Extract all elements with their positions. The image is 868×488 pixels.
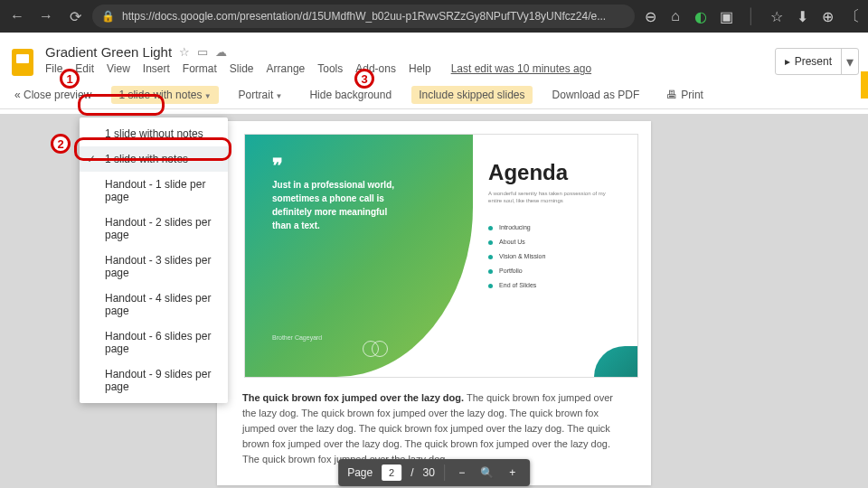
extension2-icon[interactable]: ▣: [716, 6, 736, 26]
more-icon[interactable]: 〔: [843, 6, 863, 26]
star-icon[interactable]: ☆: [179, 45, 190, 59]
share-button-edge[interactable]: [861, 71, 868, 99]
slide-thumbnail: ❞ Just in a professional world, sometime…: [244, 134, 638, 378]
print-button[interactable]: 🖶Print: [659, 86, 711, 104]
hide-background-button[interactable]: Hide background: [302, 86, 399, 104]
doc-header: Gradient Green Light ☆ ▭ ☁ File Edit Vie…: [0, 37, 868, 80]
zoom-icon[interactable]: ⊖: [640, 6, 660, 26]
dd-item-handout-3[interactable]: Handout - 3 slides per page: [80, 248, 228, 286]
collections-icon[interactable]: ⊕: [817, 6, 837, 26]
callout-box-2: [74, 137, 231, 161]
agenda-item: Vision & Mission: [488, 253, 545, 259]
callout-badge-3: 3: [354, 69, 374, 89]
menu-help[interactable]: Help: [409, 62, 431, 75]
menu-insert[interactable]: Insert: [143, 62, 170, 75]
page-total: 30: [423, 466, 435, 479]
menu-slide[interactable]: Slide: [230, 62, 254, 75]
doc-title[interactable]: Gradient Green Light: [45, 44, 172, 60]
menu-view[interactable]: View: [107, 62, 130, 75]
include-skipped-button[interactable]: Include skipped slides: [411, 86, 532, 104]
back-icon[interactable]: ←: [5, 5, 29, 28]
present-label: Present: [795, 55, 832, 68]
nav-divider: [444, 465, 445, 481]
page-current-input[interactable]: 2: [382, 465, 401, 481]
download-pdf-button[interactable]: Download as PDF: [545, 86, 647, 104]
zoom-out-button[interactable]: −: [454, 466, 470, 479]
cloud-icon[interactable]: ☁: [215, 45, 227, 59]
quote-icon: ❞: [272, 155, 283, 178]
reload-icon[interactable]: ⟳: [63, 5, 87, 28]
page-sep: /: [410, 466, 413, 479]
present-dropdown-icon[interactable]: ▾: [842, 49, 858, 74]
preview-page: ❞ Just in a professional world, sometime…: [217, 121, 651, 485]
print-icon: 🖶: [666, 89, 677, 101]
dd-item-handout-6[interactable]: Handout - 6 slides per page: [80, 324, 228, 361]
agenda-item: Introducing: [488, 224, 545, 230]
doc-title-block: Gradient Green Light ☆ ▭ ☁ File Edit Vie…: [45, 44, 766, 75]
agenda-list: Introducing About Us Vision & Mission Po…: [488, 216, 545, 296]
agenda-item: Portfolio: [488, 267, 545, 274]
notes-body: The quick brown fox jumped over the lazy…: [242, 392, 613, 465]
dd-item-handout-4[interactable]: Handout - 4 slides per page: [80, 286, 228, 324]
forward-icon[interactable]: →: [34, 5, 58, 28]
dd-item-handout-2[interactable]: Handout - 2 slides per page: [80, 210, 228, 248]
download-icon[interactable]: ⬇: [792, 6, 812, 26]
quote-text: Just in a professional world, sometimes …: [272, 178, 403, 232]
last-edit-text[interactable]: Last edit was 10 minutes ago: [451, 62, 591, 75]
page-label: Page: [347, 466, 373, 479]
orientation-dropdown[interactable]: Portrait: [231, 86, 290, 104]
agenda-item: End of Slides: [488, 282, 545, 288]
home-icon[interactable]: ⌂: [665, 6, 685, 26]
extension-icon[interactable]: ◐: [691, 6, 711, 26]
menu-format[interactable]: Format: [183, 62, 217, 75]
present-icon: ▸: [785, 55, 790, 68]
dd-item-handout-1[interactable]: Handout - 1 slide per page: [80, 172, 228, 210]
favorite-icon[interactable]: ☆: [767, 6, 787, 26]
divider-icon: │: [741, 6, 761, 26]
url-text: https://docs.google.com/presentation/d/1…: [122, 10, 606, 23]
menu-arrange[interactable]: Arrange: [267, 62, 306, 75]
lock-icon: 🔒: [101, 10, 115, 23]
agenda-item: About Us: [488, 239, 545, 245]
url-bar[interactable]: 🔒 https://docs.google.com/presentation/d…: [92, 5, 635, 28]
agenda-subtitle: A wonderful serenity has taken possessio…: [488, 191, 615, 205]
dd-item-handout-9[interactable]: Handout - 9 slides per page: [80, 361, 228, 399]
browser-chrome: ← → ⟳ 🔒 https://docs.google.com/presenta…: [0, 0, 868, 33]
callout-box-1: [78, 94, 165, 116]
agenda-title: Agenda: [488, 160, 568, 185]
menu-bar: File Edit View Insert Format Slide Arran…: [45, 62, 766, 75]
menu-tools[interactable]: Tools: [317, 62, 343, 75]
zoom-reset-button[interactable]: 🔍: [479, 466, 495, 479]
slide-corner-accent: [594, 346, 637, 377]
present-button[interactable]: ▸Present ▾: [775, 48, 859, 75]
slides-logo-icon[interactable]: [9, 44, 36, 80]
notes-bold: The quick brown fox jumped over the lazy…: [242, 392, 464, 403]
print-label: Print: [681, 89, 703, 101]
callout-badge-1: 1: [60, 69, 80, 89]
callout-badge-2: 2: [51, 134, 71, 154]
zoom-in-button[interactable]: +: [505, 466, 521, 479]
page-navigator: Page 2 / 30 − 🔍 +: [338, 459, 530, 486]
move-icon[interactable]: ▭: [197, 45, 208, 59]
quote-author: Brother Cageyard: [272, 334, 322, 341]
decorative-circles-icon: [363, 341, 388, 361]
